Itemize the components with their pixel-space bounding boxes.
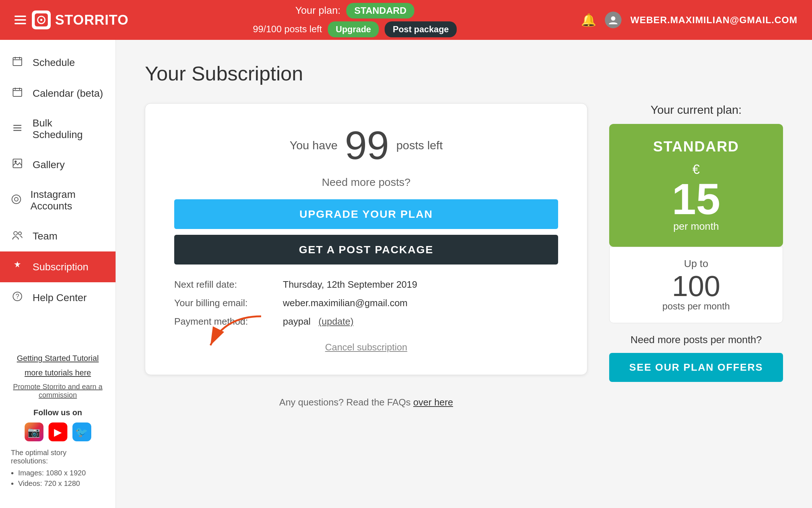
sidebar-label-instagram: Instagram Accounts bbox=[30, 189, 105, 212]
getting-started-link[interactable]: Getting Started Tutorial bbox=[11, 354, 105, 363]
schedule-icon bbox=[11, 56, 24, 69]
main-right: Your current plan: STANDARD € 15 per mon… bbox=[609, 103, 783, 408]
svg-point-20 bbox=[18, 232, 21, 235]
cancel-subscription-link[interactable]: Cancel subscription bbox=[174, 342, 558, 353]
sidebar-label-schedule: Schedule bbox=[33, 57, 75, 68]
faq-text: Any questions? Read the FAQs bbox=[279, 397, 411, 408]
header-center: Your plan: STANDARD 99/100 posts left Up… bbox=[129, 3, 581, 37]
plan-label: Your plan: bbox=[295, 5, 340, 16]
payment-method-value: paypal (update) bbox=[283, 316, 353, 327]
posts-left-number: 99 bbox=[345, 125, 389, 165]
sidebar-item-bulk[interactable]: Bulk Scheduling bbox=[0, 109, 116, 149]
bell-icon[interactable]: 🔔 bbox=[581, 13, 596, 27]
billing-row-payment: Payment method: paypal (update) bbox=[174, 316, 558, 327]
posts-left-row: You have 99 posts left bbox=[174, 125, 558, 165]
sidebar-item-gallery[interactable]: Gallery bbox=[0, 149, 116, 180]
svg-text:?: ? bbox=[16, 293, 19, 300]
posts-per-month: posts per month bbox=[620, 301, 772, 312]
svg-point-19 bbox=[14, 232, 17, 235]
billing-row-email: Your billing email: weber.maximilian@gma… bbox=[174, 297, 558, 309]
sidebar-item-calendar[interactable]: Calendar (beta) bbox=[0, 78, 116, 109]
logo: STORRITO bbox=[32, 11, 129, 29]
help-icon: ? bbox=[11, 291, 24, 304]
social-icons: 📷 ▶ 🐦 bbox=[11, 422, 105, 441]
gallery-icon bbox=[11, 158, 24, 171]
resolution-images: Images: 1080 x 1920 bbox=[18, 469, 105, 477]
plan-card-per: per month bbox=[620, 221, 772, 232]
sidebar-item-schedule[interactable]: Schedule bbox=[0, 47, 116, 78]
next-refill-label: Next refill date: bbox=[174, 279, 276, 290]
follow-section: Follow us on 📷 ▶ 🐦 bbox=[11, 408, 105, 441]
faq-link[interactable]: over here bbox=[413, 397, 453, 408]
plan-badge: STANDARD bbox=[346, 3, 414, 18]
follow-label: Follow us on bbox=[11, 408, 105, 417]
main-columns: You have 99 posts left Need more posts? … bbox=[145, 103, 783, 408]
payment-method-label: Payment method: bbox=[174, 316, 276, 327]
hamburger-menu[interactable] bbox=[14, 16, 26, 24]
resolution-videos: Videos: 720 x 1280 bbox=[18, 479, 105, 488]
calendar-icon bbox=[11, 87, 24, 100]
sidebar-label-help: Help Center bbox=[33, 292, 87, 304]
sidebar-label-gallery: Gallery bbox=[33, 159, 65, 171]
sidebar-label-subscription: Subscription bbox=[33, 261, 88, 273]
header-post-package-button[interactable]: Post package bbox=[385, 21, 457, 37]
logo-text: STORRITO bbox=[55, 12, 129, 28]
header: STORRITO Your plan: STANDARD 99/100 post… bbox=[0, 0, 812, 40]
sidebar-bottom: Getting Started Tutorial more tutorials … bbox=[0, 343, 116, 501]
sidebar-item-subscription[interactable]: Subscription bbox=[0, 251, 116, 282]
subscription-icon bbox=[11, 260, 24, 274]
sidebar-label-calendar: Calendar (beta) bbox=[33, 88, 103, 99]
subscription-card: You have 99 posts left Need more posts? … bbox=[145, 103, 587, 375]
svg-rect-8 bbox=[13, 88, 22, 96]
twitter-social-icon[interactable]: 🐦 bbox=[72, 422, 91, 441]
sidebar-item-team[interactable]: Team bbox=[0, 221, 116, 251]
posts-left-text: 99/100 posts left bbox=[253, 24, 322, 35]
user-email: WEBER.MAXIMILIAN@GMAIL.COM bbox=[630, 14, 798, 26]
post-package-button[interactable]: GET A POST PACKAGE bbox=[174, 235, 558, 265]
posts-left-pre: You have bbox=[290, 139, 338, 152]
svg-point-16 bbox=[14, 161, 17, 163]
youtube-social-icon[interactable]: ▶ bbox=[49, 422, 67, 441]
instagram-social-icon[interactable]: 📷 bbox=[25, 422, 43, 441]
posts-count: 100 bbox=[620, 272, 772, 301]
layout: Schedule Calendar (beta) Bulk Scheduling… bbox=[0, 40, 812, 508]
main-content: Your Subscription You have 99 posts left… bbox=[116, 40, 812, 508]
cancel-section: Cancel subscription bbox=[174, 342, 558, 353]
logo-icon bbox=[32, 11, 51, 29]
plan-card: STANDARD € 15 per month bbox=[609, 124, 783, 247]
header-right: 🔔 WEBER.MAXIMILIAN@GMAIL.COM bbox=[581, 12, 798, 28]
more-tutorials-link[interactable]: more tutorials here bbox=[11, 368, 105, 378]
posts-left-post: posts left bbox=[396, 139, 443, 152]
resolution-title: The optimal story resolutions: bbox=[11, 449, 66, 465]
plan-row: Your plan: STANDARD bbox=[295, 3, 414, 18]
update-payment-link[interactable]: (update) bbox=[318, 316, 353, 327]
svg-point-17 bbox=[12, 195, 21, 204]
header-upgrade-button[interactable]: Upgrade bbox=[328, 21, 379, 37]
bulk-icon bbox=[11, 122, 24, 136]
up-to-label: Up to bbox=[620, 258, 772, 270]
current-plan-label: Your current plan: bbox=[609, 103, 783, 117]
need-more-per-month-label: Need more posts per month? bbox=[609, 334, 783, 346]
upgrade-plan-button[interactable]: UPGRADE YOUR PLAN bbox=[174, 199, 558, 229]
plan-card-name: STANDARD bbox=[620, 138, 772, 155]
sidebar-label-team: Team bbox=[33, 230, 57, 242]
main-left: You have 99 posts left Need more posts? … bbox=[145, 103, 587, 408]
plan-details-card: Up to 100 posts per month bbox=[609, 247, 783, 323]
svg-point-18 bbox=[14, 197, 18, 201]
instagram-accounts-icon bbox=[11, 194, 22, 207]
promote-link[interactable]: Promote Storrito and earn a commission bbox=[11, 383, 105, 399]
team-icon bbox=[11, 229, 24, 243]
see-plans-button[interactable]: SEE OUR PLAN OFFERS bbox=[609, 353, 783, 382]
billing-row-refill: Next refill date: Thursday, 12th Septemb… bbox=[174, 279, 558, 290]
posts-row: 99/100 posts left Upgrade Post package bbox=[253, 21, 457, 37]
billing-email-label: Your billing email: bbox=[174, 297, 276, 309]
billing-email-value: weber.maximilian@gmail.com bbox=[283, 297, 407, 309]
sidebar-item-help[interactable]: ? Help Center bbox=[0, 282, 116, 313]
user-avatar bbox=[605, 12, 621, 28]
sidebar-item-instagram[interactable]: Instagram Accounts bbox=[0, 180, 116, 221]
plan-card-price: 15 bbox=[620, 177, 772, 221]
svg-point-3 bbox=[611, 16, 615, 21]
sidebar: Schedule Calendar (beta) Bulk Scheduling… bbox=[0, 40, 116, 508]
need-more-text: Need more posts? bbox=[174, 176, 558, 188]
billing-info: Next refill date: Thursday, 12th Septemb… bbox=[174, 279, 558, 327]
